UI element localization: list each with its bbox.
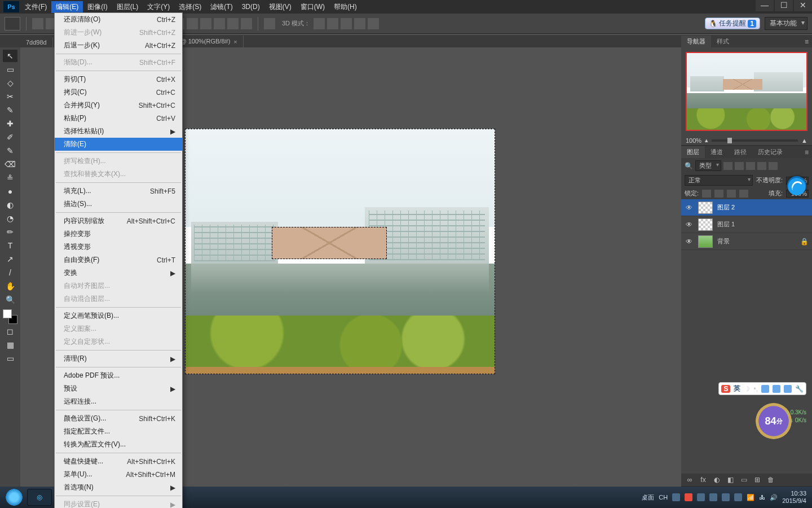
menu-item[interactable]: 操控变形	[55, 227, 182, 240]
punct-icon[interactable]: •,	[753, 385, 758, 393]
menu-item[interactable]: 首选项(N)▶	[55, 481, 182, 494]
window-maximize-button[interactable]: ☐	[775, 0, 793, 11]
tool-button[interactable]: ▭	[3, 63, 17, 76]
panel-tab[interactable]: 路径	[729, 146, 752, 158]
layer-action-icon[interactable]: ∞	[685, 476, 695, 484]
menu-item[interactable]: Adobe PDF 预设...	[55, 369, 182, 382]
tool-button[interactable]: ↗	[3, 253, 17, 265]
menu-item[interactable]: 清除(E)	[55, 138, 182, 151]
panel-menu-icon[interactable]: ≡	[801, 36, 812, 47]
distribute-icon[interactable]	[227, 18, 239, 29]
tab-navigator[interactable]: 导航器	[681, 36, 711, 47]
menu-item[interactable]: 转换为配置文件(V)...	[55, 438, 182, 451]
menu-文件[interactable]: 文件(F)	[20, 1, 51, 13]
mode3d-icon[interactable]	[327, 18, 338, 29]
menu-滤镜[interactable]: 滤镜(T)	[206, 1, 237, 13]
color-swatches[interactable]	[3, 309, 17, 324]
layer-action-icon[interactable]: 🗑	[766, 476, 776, 484]
menu-item[interactable]: 指定配置文件...	[55, 425, 182, 438]
tray-network-icon[interactable]: 🖧	[759, 494, 765, 501]
menu-item[interactable]: 透视变形	[55, 240, 182, 253]
filter-shape-icon[interactable]	[757, 162, 766, 170]
layer-action-icon[interactable]: fx	[698, 476, 708, 484]
tool-button[interactable]: /	[3, 266, 17, 279]
mode3d-icon[interactable]	[341, 18, 352, 29]
menu-item[interactable]: 远程连接...	[55, 395, 182, 408]
blend-mode-select[interactable]: 正常	[685, 175, 753, 186]
close-icon[interactable]: ×	[233, 38, 237, 45]
desktop-label[interactable]: 桌面	[642, 493, 654, 502]
lock-transparency-icon[interactable]	[702, 190, 711, 198]
option-icon[interactable]	[264, 18, 275, 29]
zoom-out-icon[interactable]: ▴	[705, 137, 708, 144]
tool-button[interactable]: ✚	[3, 117, 17, 130]
tool-button[interactable]: ✏	[3, 226, 17, 238]
wifi-overlay-icon[interactable]	[787, 176, 806, 195]
tray-icon[interactable]	[722, 493, 730, 501]
moon-icon[interactable]: ☽	[744, 385, 750, 393]
tool-button[interactable]: ✂	[3, 90, 17, 103]
filter-type-icon[interactable]	[746, 162, 755, 170]
tab-styles[interactable]: 样式	[711, 36, 735, 47]
ime-toolbar[interactable]: S 英 ☽ •, 🔧	[718, 382, 806, 395]
layer-thumbnail[interactable]	[698, 202, 713, 214]
tool-button[interactable]: ◻	[3, 325, 17, 338]
tool-button[interactable]: ↖	[3, 50, 17, 62]
mode3d-icon[interactable]	[354, 18, 365, 29]
visibility-icon[interactable]: 👁	[685, 204, 694, 212]
ime-lang[interactable]: 英	[734, 384, 740, 393]
panel-tab[interactable]: 通道	[705, 146, 729, 158]
menu-item[interactable]: 变换▶	[55, 266, 182, 279]
menu-文字[interactable]: 文字(Y)	[143, 1, 174, 13]
menu-视图[interactable]: 视图(V)	[264, 1, 296, 13]
tool-button[interactable]: ⌫	[3, 158, 17, 170]
navigator-thumbnail[interactable]	[686, 52, 807, 131]
panel-menu-icon[interactable]: ≡	[801, 147, 812, 158]
layer-row[interactable]: 👁背景🔒	[681, 233, 812, 250]
tray-icon[interactable]	[697, 493, 705, 501]
menu-item[interactable]: 内容识别缩放Alt+Shift+Ctrl+C	[55, 214, 182, 227]
menu-item[interactable]: 清理(R)▶	[55, 352, 182, 365]
panel-tab[interactable]: 图层	[681, 146, 705, 158]
visibility-icon[interactable]: 👁	[685, 238, 694, 246]
menu-帮助[interactable]: 帮助(H)	[329, 1, 361, 13]
workspace-switcher[interactable]: 基本功能	[765, 17, 807, 30]
menu-item[interactable]: 还原清除(O)Ctrl+Z	[55, 13, 182, 26]
tray-icon[interactable]	[734, 493, 742, 501]
filter-smart-icon[interactable]	[769, 162, 778, 170]
distribute-icon[interactable]	[187, 18, 198, 29]
ime-icon[interactable]	[773, 385, 780, 393]
menu-选择[interactable]: 选择(S)	[174, 1, 206, 13]
lock-position-icon[interactable]	[727, 190, 736, 198]
menu-item[interactable]: 颜色设置(G)...Shift+Ctrl+K	[55, 412, 182, 425]
menu-3d[interactable]: 3D(D)	[237, 2, 264, 12]
layer-action-icon[interactable]: ◐	[712, 476, 722, 484]
ime-icon[interactable]	[784, 385, 792, 393]
zoom-in-icon[interactable]: ▲	[801, 137, 807, 144]
mode3d-icon[interactable]	[314, 18, 325, 29]
tool-button[interactable]: ≗	[3, 172, 17, 184]
distribute-icon[interactable]	[200, 18, 211, 29]
menu-item[interactable]: 合并拷贝(Y)Shift+Ctrl+C	[55, 99, 182, 112]
tray-icon[interactable]	[709, 493, 717, 501]
layer-row[interactable]: 👁图层 2	[681, 199, 812, 216]
tool-button[interactable]: ▦	[3, 339, 17, 351]
taskbar-app-browser[interactable]: ◎	[27, 489, 52, 506]
menu-item[interactable]: 描边(S)...	[55, 198, 182, 211]
layer-thumbnail[interactable]	[698, 218, 713, 231]
window-close-button[interactable]: ✕	[794, 0, 812, 11]
menu-item[interactable]: 选择性粘贴(I)▶	[55, 125, 182, 138]
tool-button[interactable]: ✎	[3, 104, 17, 116]
menu-图像[interactable]: 图像(I)	[83, 1, 112, 13]
task-reminder-badge[interactable]: 🐧 任务提醒 1	[705, 17, 760, 29]
search-icon[interactable]: 🔍	[685, 162, 693, 170]
taskbar-clock[interactable]: 10:33 2015/9/4	[782, 490, 809, 505]
menu-编辑[interactable]: 编辑(E)	[51, 1, 83, 13]
menu-item[interactable]: 定义画笔预设(B)...	[55, 309, 182, 322]
layer-action-icon[interactable]: ⊞	[752, 476, 762, 484]
tool-button[interactable]: ◐	[3, 199, 17, 211]
ch-indicator[interactable]: CH	[659, 494, 668, 501]
tray-volume-icon[interactable]: 🔊	[770, 494, 778, 501]
score-widget[interactable]: 84分 ↑ 0.3K/s↓ 0K/s	[756, 403, 806, 440]
option-icon[interactable]	[32, 18, 43, 29]
